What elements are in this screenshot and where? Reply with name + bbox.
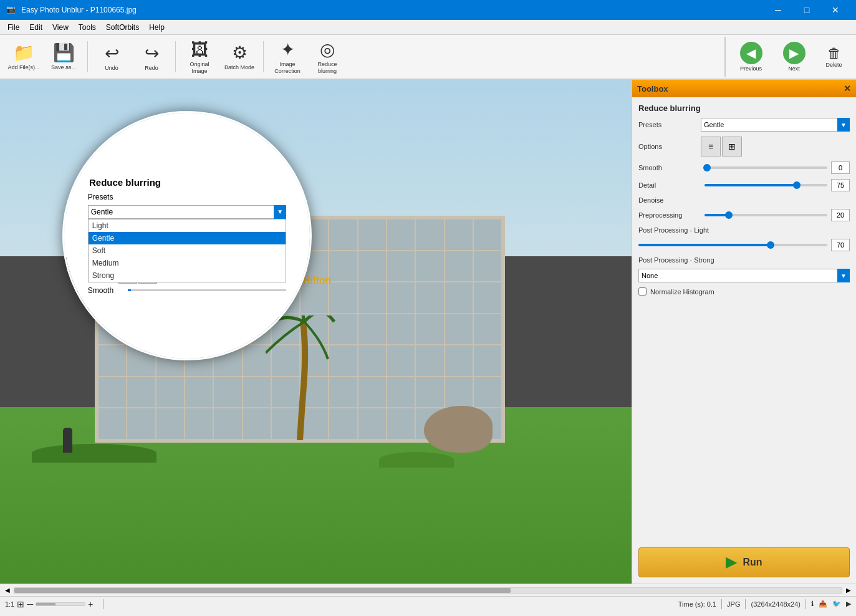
building-window <box>214 282 241 313</box>
nav-section: ◀ Previous ▶ Next 🗑 Delete <box>724 37 851 77</box>
building-window <box>358 282 386 313</box>
next-circle: ▶ <box>783 42 806 64</box>
close-button[interactable]: ✕ <box>821 0 850 20</box>
batch-mode-button[interactable]: ⚙ Batch Mode <box>221 37 258 77</box>
options-icon-grid[interactable]: ⊞ <box>722 137 742 156</box>
delete-icon: 🗑 <box>827 46 841 62</box>
preprocessing-slider-track[interactable] <box>705 214 827 216</box>
building-window <box>243 251 271 282</box>
building-window <box>214 219 241 250</box>
smooth-slider-thumb[interactable] <box>703 164 711 171</box>
undo-button[interactable]: ↩ Undo <box>93 37 130 77</box>
dimensions-info: (3264x2448x24) <box>751 600 801 608</box>
post-light-value[interactable]: 70 <box>831 239 850 251</box>
maximize-button[interactable]: □ <box>792 0 821 20</box>
scroll-left-button[interactable]: ◀ <box>2 587 12 594</box>
building-window <box>387 219 415 250</box>
run-label: Run <box>743 557 762 568</box>
building-window <box>272 219 299 250</box>
original-image-button[interactable]: 🖼 Original Image <box>181 37 218 77</box>
building-window <box>416 377 443 408</box>
building-window <box>156 377 184 408</box>
building-window <box>474 345 501 376</box>
presets-row: Presets Light Gentle Soft Medium Strong … <box>638 118 850 132</box>
menu-softorbits[interactable]: SoftOrbits <box>101 22 144 33</box>
shrub-2 <box>379 452 454 468</box>
building-window <box>127 345 155 376</box>
detail-slider-thumb[interactable] <box>793 181 801 189</box>
redo-button[interactable]: ↪ Redo <box>133 37 170 77</box>
building-window <box>99 345 126 376</box>
post-strong-dropdown[interactable]: None Light Medium Strong ▼ <box>638 269 850 282</box>
social-icon-1[interactable]: 🐦 <box>832 600 841 608</box>
scroll-thumb[interactable] <box>14 588 511 593</box>
reduce-blurring-button[interactable]: ◎ Reduce blurring <box>309 37 346 77</box>
building-window <box>272 282 299 313</box>
svg-text:Hilton: Hilton <box>303 275 331 286</box>
building-window <box>243 219 271 250</box>
social-icon-2[interactable]: ▶ <box>846 600 851 608</box>
undo-icon: ↩ <box>105 43 119 64</box>
detail-label: Detail <box>638 181 701 189</box>
menu-view[interactable]: View <box>47 22 74 33</box>
presets-select[interactable]: Light Gentle Soft Medium Strong <box>701 118 850 132</box>
normalize-label[interactable]: Normalize Histogram <box>650 288 714 296</box>
building-window <box>358 345 386 376</box>
normalize-checkbox[interactable] <box>638 287 647 296</box>
detail-value[interactable]: 75 <box>831 179 850 191</box>
menu-edit[interactable]: Edit <box>24 22 47 33</box>
building-window <box>445 345 473 376</box>
toolbar-separator-3 <box>263 41 264 72</box>
horizontal-scrollbar[interactable]: ◀ ▶ <box>0 584 856 596</box>
building-window <box>156 251 184 282</box>
shrub-1 <box>32 444 156 463</box>
next-button[interactable]: ▶ Next <box>774 37 814 77</box>
options-icon-sliders[interactable]: ≡ <box>701 137 721 156</box>
smooth-value[interactable]: 0 <box>831 161 850 174</box>
toolbox-close-button[interactable]: ✕ <box>844 84 851 94</box>
toolbar-separator-2 <box>175 41 176 72</box>
previous-button[interactable]: ◀ Previous <box>731 37 771 77</box>
status-bar: 1:1 ⊞ ─ + Time (s): 0.1 JPG (3264x2448x2… <box>0 596 856 611</box>
menu-help[interactable]: Help <box>144 22 170 33</box>
run-button[interactable]: ▶ Run <box>638 547 850 577</box>
detail-slider-track[interactable] <box>705 184 827 186</box>
zoom-fit-icon[interactable]: ⊞ <box>17 599 24 609</box>
post-strong-select[interactable]: None Light Medium Strong <box>638 269 850 282</box>
options-label: Options <box>638 143 701 150</box>
delete-button[interactable]: 🗑 Delete <box>817 37 851 77</box>
building-window <box>127 282 155 313</box>
image-correction-icon: ✦ <box>281 39 295 60</box>
building-window <box>445 251 473 282</box>
hotel-logo-svg: Hilton M <box>303 271 353 287</box>
post-light-slider-thumb[interactable] <box>767 241 774 249</box>
zoom-slider[interactable] <box>36 602 85 606</box>
building-window <box>214 377 241 408</box>
add-files-button[interactable]: 📁 Add File(s)... <box>5 37 42 77</box>
scroll-right-button[interactable]: ▶ <box>844 587 854 594</box>
menu-tools[interactable]: Tools <box>74 22 101 33</box>
building-window <box>358 251 386 282</box>
presets-dropdown[interactable]: Light Gentle Soft Medium Strong ▼ <box>701 118 850 132</box>
building-window <box>416 345 443 376</box>
scroll-track[interactable] <box>14 587 842 594</box>
reduce-blurring-title: Reduce blurring <box>638 103 850 113</box>
post-light-label: Post Processing - Light <box>638 226 709 234</box>
smooth-slider-track[interactable] <box>705 166 827 169</box>
preprocessing-slider-thumb[interactable] <box>725 211 733 219</box>
post-light-slider-track[interactable] <box>638 244 827 246</box>
zoom-in-button[interactable]: + <box>88 599 93 609</box>
menu-file[interactable]: File <box>2 22 24 33</box>
minimize-button[interactable]: ─ <box>764 0 792 20</box>
share-icon[interactable]: 📤 <box>819 600 827 608</box>
image-correction-button[interactable]: ✦ Image Correction <box>269 37 306 77</box>
window-controls: ─ □ ✕ <box>764 0 850 20</box>
zoom-out-button[interactable]: ─ <box>27 599 33 609</box>
save-as-button[interactable]: 💾 Save as... <box>45 37 82 77</box>
app-icon: 📷 <box>6 5 16 15</box>
info-icon[interactable]: ℹ <box>811 600 814 608</box>
preprocessing-value[interactable]: 20 <box>831 209 850 221</box>
building-window <box>445 219 473 250</box>
post-light-slider-fill <box>638 244 771 246</box>
image-area[interactable]: // Will be rendered via JS below Hilton … <box>0 80 632 584</box>
